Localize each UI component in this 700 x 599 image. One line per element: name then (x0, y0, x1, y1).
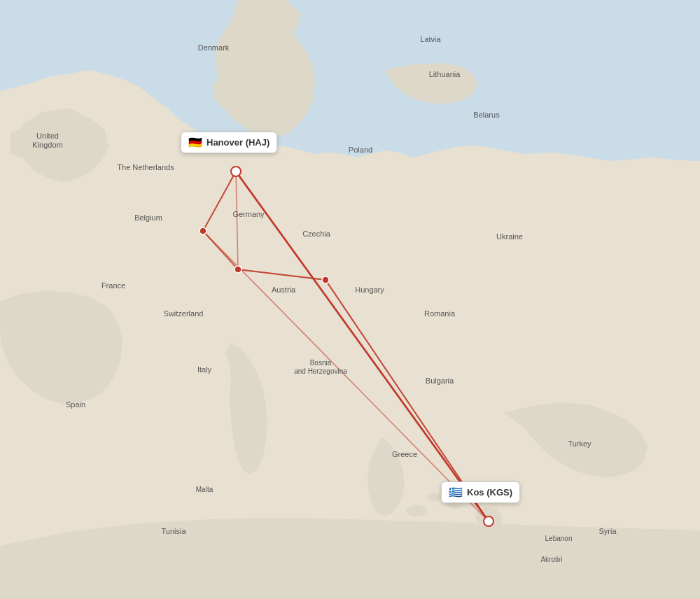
svg-text:Syria: Syria (598, 527, 617, 535)
svg-text:Greece: Greece (392, 450, 417, 458)
svg-text:Bulgaria: Bulgaria (426, 376, 454, 385)
svg-text:Spain: Spain (66, 400, 85, 409)
svg-text:Belarus: Belarus (473, 111, 500, 119)
svg-point-8 (322, 276, 329, 283)
svg-text:Poland: Poland (349, 146, 372, 154)
svg-text:Lebanon: Lebanon (545, 535, 573, 542)
svg-point-9 (231, 167, 241, 176)
svg-point-3 (406, 505, 427, 516)
svg-point-1 (447, 499, 463, 509)
svg-text:Tunisia: Tunisia (161, 527, 186, 535)
svg-text:Akrotiri: Akrotiri (540, 556, 562, 563)
svg-text:Romania: Romania (424, 309, 456, 318)
svg-text:Austria: Austria (272, 286, 296, 294)
svg-text:Switzerland: Switzerland (164, 309, 204, 318)
svg-text:Lithuania: Lithuania (429, 70, 461, 78)
map-svg: Denmark Latvia Lithuania United Kingdom … (0, 0, 700, 599)
svg-text:Belgium: Belgium (134, 213, 162, 222)
svg-text:Kingdom: Kingdom (32, 141, 62, 149)
svg-text:The Netherlands: The Netherlands (117, 163, 174, 171)
svg-text:Bosnia: Bosnia (310, 359, 332, 367)
svg-text:and Herzegovina: and Herzegovina (294, 367, 347, 375)
svg-point-6 (200, 227, 206, 234)
svg-text:Malta: Malta (196, 486, 214, 493)
svg-point-7 (234, 266, 241, 273)
svg-text:Czechia: Czechia (302, 230, 331, 238)
svg-text:Germany: Germany (232, 210, 265, 218)
map-container: Denmark Latvia Lithuania United Kingdom … (0, 0, 700, 599)
svg-text:Denmark: Denmark (198, 43, 230, 52)
svg-text:Latvia: Latvia (420, 35, 441, 43)
svg-text:Italy: Italy (197, 365, 212, 374)
svg-point-2 (427, 493, 441, 501)
svg-point-10 (484, 516, 493, 526)
svg-text:Hungary: Hungary (355, 286, 384, 294)
svg-text:Ukraine: Ukraine (496, 232, 523, 241)
svg-text:Turkey: Turkey (568, 439, 592, 448)
svg-text:United: United (36, 132, 59, 140)
svg-text:France: France (102, 281, 125, 290)
